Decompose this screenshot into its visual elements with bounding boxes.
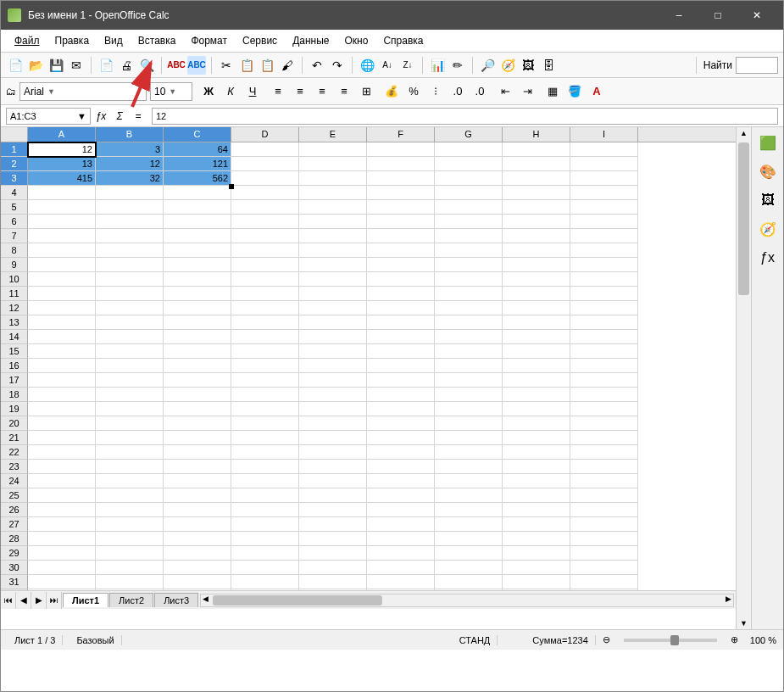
cell-G14[interactable] xyxy=(435,330,503,344)
cell-C28[interactable] xyxy=(164,532,231,546)
row-header-13[interactable]: 13 xyxy=(1,315,28,330)
cell-A30[interactable] xyxy=(28,561,96,575)
cell-H2[interactable] xyxy=(503,157,570,171)
hyperlink-icon[interactable]: 🌐 xyxy=(358,56,376,75)
menu-tools[interactable]: Сервис xyxy=(236,33,284,48)
cell-C16[interactable] xyxy=(164,359,231,373)
cell-A10[interactable] xyxy=(28,272,96,287)
sheet-nav-prev-icon[interactable]: ◀ xyxy=(16,592,31,609)
cell-C31[interactable] xyxy=(164,575,231,589)
cell-B7[interactable] xyxy=(96,229,164,243)
cell-I15[interactable] xyxy=(570,344,638,359)
cell-E31[interactable] xyxy=(299,575,367,589)
row-header-30[interactable]: 30 xyxy=(1,561,28,575)
percent-icon[interactable]: % xyxy=(404,82,423,101)
cell-F14[interactable] xyxy=(367,330,435,344)
cell-E21[interactable] xyxy=(299,431,367,445)
row-header-14[interactable]: 14 xyxy=(1,330,28,344)
cell-I30[interactable] xyxy=(570,561,638,575)
cell-H3[interactable] xyxy=(503,171,570,186)
cell-D21[interactable] xyxy=(231,431,299,445)
cell-H9[interactable] xyxy=(503,258,570,272)
cell-E24[interactable] xyxy=(299,474,367,488)
cell-D29[interactable] xyxy=(231,546,299,561)
select-all-corner[interactable] xyxy=(1,127,28,142)
cell-E18[interactable] xyxy=(299,388,367,402)
cell-D32[interactable] xyxy=(231,589,299,590)
cell-B24[interactable] xyxy=(96,474,164,488)
cell-G2[interactable] xyxy=(435,157,503,171)
cell-F17[interactable] xyxy=(367,373,435,388)
cell-F18[interactable] xyxy=(367,388,435,402)
col-header-D[interactable]: D xyxy=(231,127,299,142)
cell-C6[interactable] xyxy=(164,215,231,229)
cell-F3[interactable] xyxy=(367,171,435,186)
cell-A25[interactable] xyxy=(28,488,96,503)
cell-I23[interactable] xyxy=(570,460,638,474)
cell-I31[interactable] xyxy=(570,575,638,589)
cell-F27[interactable] xyxy=(367,517,435,532)
fontcolor-icon[interactable]: A xyxy=(587,82,606,101)
cell-B30[interactable] xyxy=(96,561,164,575)
cell-C22[interactable] xyxy=(164,445,231,460)
email-icon[interactable]: ✉ xyxy=(67,56,86,75)
number-std-icon[interactable]: ⁝ xyxy=(426,82,445,101)
cell-H25[interactable] xyxy=(503,488,570,503)
row-header-4[interactable]: 4 xyxy=(1,186,28,200)
cell-G18[interactable] xyxy=(435,388,503,402)
cell-I1[interactable] xyxy=(570,142,638,157)
cell-I16[interactable] xyxy=(570,359,638,373)
menu-window[interactable]: Окно xyxy=(337,33,375,48)
cell-F12[interactable] xyxy=(367,301,435,315)
cell-A24[interactable] xyxy=(28,474,96,488)
cell-I32[interactable] xyxy=(570,589,638,590)
row-header-24[interactable]: 24 xyxy=(1,474,28,488)
cell-E17[interactable] xyxy=(299,373,367,388)
cell-B13[interactable] xyxy=(96,315,164,330)
cell-D3[interactable] xyxy=(231,171,299,186)
cell-H12[interactable] xyxy=(503,301,570,315)
cell-D7[interactable] xyxy=(231,229,299,243)
menu-edit[interactable]: Правка xyxy=(48,33,97,48)
cell-F4[interactable] xyxy=(367,186,435,200)
cell-E2[interactable] xyxy=(299,157,367,171)
cell-E3[interactable] xyxy=(299,171,367,186)
vertical-scrollbar[interactable]: ▲ ▼ xyxy=(736,127,751,629)
cell-G27[interactable] xyxy=(435,517,503,532)
row-header-28[interactable]: 28 xyxy=(1,532,28,546)
del-decimal-icon[interactable]: .0 xyxy=(470,82,489,101)
cell-B2[interactable]: 12 xyxy=(96,157,164,171)
cell-G8[interactable] xyxy=(435,243,503,258)
cell-F25[interactable] xyxy=(367,488,435,503)
cell-B26[interactable] xyxy=(96,503,164,517)
minimize-button[interactable]: – xyxy=(659,1,698,30)
cell-G20[interactable] xyxy=(435,416,503,431)
cell-A3[interactable]: 415 xyxy=(28,171,96,186)
cell-E13[interactable] xyxy=(299,315,367,330)
cell-C8[interactable] xyxy=(164,243,231,258)
cell-G32[interactable] xyxy=(435,589,503,590)
cell-C14[interactable] xyxy=(164,330,231,344)
cell-H10[interactable] xyxy=(503,272,570,287)
cell-C4[interactable] xyxy=(164,186,231,200)
bold-button[interactable]: Ж xyxy=(199,82,218,101)
borders-icon[interactable]: ▦ xyxy=(543,82,562,101)
cell-G7[interactable] xyxy=(435,229,503,243)
cell-B20[interactable] xyxy=(96,416,164,431)
paste-icon[interactable]: 📋 xyxy=(258,56,276,75)
row-header-9[interactable]: 9 xyxy=(1,258,28,272)
cell-F23[interactable] xyxy=(367,460,435,474)
cell-C29[interactable] xyxy=(164,546,231,561)
gallery-icon[interactable]: 🖼 xyxy=(519,56,537,75)
sidebar-functions-icon[interactable]: ƒx xyxy=(758,248,778,268)
selection-handle[interactable] xyxy=(229,184,234,189)
cell-E6[interactable] xyxy=(299,215,367,229)
row-header-6[interactable]: 6 xyxy=(1,215,28,229)
cell-B12[interactable] xyxy=(96,301,164,315)
cell-H22[interactable] xyxy=(503,445,570,460)
cell-D1[interactable] xyxy=(231,142,299,157)
cell-E11[interactable] xyxy=(299,287,367,301)
cell-D14[interactable] xyxy=(231,330,299,344)
sort-asc-icon[interactable]: A↓ xyxy=(378,56,397,75)
cell-B23[interactable] xyxy=(96,460,164,474)
